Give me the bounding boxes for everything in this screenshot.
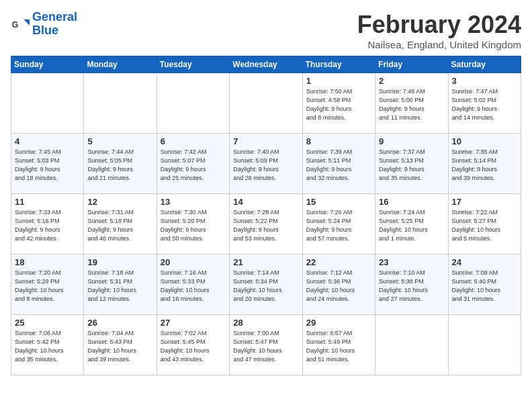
day-number: 1: [306, 76, 371, 86]
day-info: Sunrise: 7:06 AM Sunset: 5:42 PM Dayligh…: [15, 329, 80, 364]
day-number: 23: [379, 257, 444, 267]
calendar-cell: 10Sunrise: 7:35 AM Sunset: 5:14 PM Dayli…: [448, 134, 521, 194]
calendar-cell: 21Sunrise: 7:14 AM Sunset: 5:34 PM Dayli…: [230, 255, 302, 315]
calendar-cell: [448, 315, 521, 375]
day-info: Sunrise: 7:40 AM Sunset: 5:09 PM Dayligh…: [233, 148, 298, 183]
calendar-cell: 3Sunrise: 7:47 AM Sunset: 5:02 PM Daylig…: [448, 73, 521, 134]
calendar-cell: 28Sunrise: 7:00 AM Sunset: 5:47 PM Dayli…: [230, 315, 302, 375]
logo-text: General Blue: [32, 11, 77, 38]
logo: G General Blue: [11, 11, 77, 38]
weekday-header-tuesday: Tuesday: [157, 56, 229, 73]
calendar-cell: 16Sunrise: 7:24 AM Sunset: 5:25 PM Dayli…: [375, 194, 448, 255]
calendar-cell: 7Sunrise: 7:40 AM Sunset: 5:09 PM Daylig…: [230, 134, 302, 194]
day-info: Sunrise: 7:47 AM Sunset: 5:02 PM Dayligh…: [452, 87, 517, 122]
day-number: 5: [87, 136, 152, 146]
day-number: 28: [233, 318, 298, 328]
weekday-header-row: SundayMondayTuesdayWednesdayThursdayFrid…: [11, 56, 521, 73]
day-number: 12: [87, 197, 152, 207]
day-number: 13: [161, 197, 226, 207]
day-number: 9: [379, 136, 444, 146]
day-info: Sunrise: 7:37 AM Sunset: 5:13 PM Dayligh…: [379, 148, 444, 183]
day-info: Sunrise: 7:39 AM Sunset: 5:11 PM Dayligh…: [306, 148, 371, 183]
day-number: 17: [452, 197, 517, 207]
calendar-cell: 24Sunrise: 7:08 AM Sunset: 5:40 PM Dayli…: [448, 255, 521, 315]
weekday-header-wednesday: Wednesday: [230, 56, 302, 73]
day-number: 20: [161, 257, 226, 267]
calendar-week-row: 11Sunrise: 7:33 AM Sunset: 5:16 PM Dayli…: [11, 194, 521, 255]
day-info: Sunrise: 7:28 AM Sunset: 5:22 PM Dayligh…: [233, 208, 298, 243]
page-header: G General Blue February 2024 Nailsea, En…: [11, 11, 521, 50]
day-number: 3: [452, 76, 517, 86]
calendar-cell: [375, 315, 448, 375]
day-info: Sunrise: 7:12 AM Sunset: 5:36 PM Dayligh…: [306, 269, 371, 304]
calendar-week-row: 1Sunrise: 7:50 AM Sunset: 4:58 PM Daylig…: [11, 73, 521, 134]
calendar-cell: 12Sunrise: 7:31 AM Sunset: 5:18 PM Dayli…: [84, 194, 157, 255]
weekday-header-monday: Monday: [84, 56, 157, 73]
location: Nailsea, England, United Kingdom: [357, 39, 521, 50]
day-number: 10: [452, 136, 517, 146]
day-info: Sunrise: 7:18 AM Sunset: 5:31 PM Dayligh…: [87, 269, 152, 304]
calendar-cell: 22Sunrise: 7:12 AM Sunset: 5:36 PM Dayli…: [302, 255, 375, 315]
month-title: February 2024: [357, 11, 521, 39]
calendar-week-row: 25Sunrise: 7:06 AM Sunset: 5:42 PM Dayli…: [11, 315, 521, 375]
day-number: 29: [306, 318, 371, 328]
calendar-cell: 13Sunrise: 7:30 AM Sunset: 5:20 PM Dayli…: [157, 194, 229, 255]
calendar-cell: 29Sunrise: 6:57 AM Sunset: 5:49 PM Dayli…: [302, 315, 375, 375]
calendar-cell: 14Sunrise: 7:28 AM Sunset: 5:22 PM Dayli…: [230, 194, 302, 255]
day-info: Sunrise: 7:14 AM Sunset: 5:34 PM Dayligh…: [233, 269, 298, 304]
calendar-cell: 6Sunrise: 7:42 AM Sunset: 5:07 PM Daylig…: [157, 134, 229, 194]
calendar-cell: 15Sunrise: 7:26 AM Sunset: 5:24 PM Dayli…: [302, 194, 375, 255]
calendar-cell: [84, 73, 157, 134]
day-info: Sunrise: 7:48 AM Sunset: 5:00 PM Dayligh…: [379, 87, 444, 122]
day-info: Sunrise: 7:10 AM Sunset: 5:38 PM Dayligh…: [379, 269, 444, 304]
day-info: Sunrise: 7:42 AM Sunset: 5:07 PM Dayligh…: [161, 148, 226, 183]
day-info: Sunrise: 7:33 AM Sunset: 5:16 PM Dayligh…: [15, 208, 80, 243]
day-number: 22: [306, 257, 371, 267]
calendar-week-row: 4Sunrise: 7:45 AM Sunset: 5:03 PM Daylig…: [11, 134, 521, 194]
svg-text:G: G: [12, 20, 19, 30]
day-number: 16: [379, 197, 444, 207]
calendar-cell: [11, 73, 84, 134]
day-number: 21: [233, 257, 298, 267]
svg-marker-1: [24, 19, 30, 26]
day-info: Sunrise: 7:31 AM Sunset: 5:18 PM Dayligh…: [87, 208, 152, 243]
day-info: Sunrise: 7:44 AM Sunset: 5:05 PM Dayligh…: [87, 148, 152, 183]
day-number: 15: [306, 197, 371, 207]
calendar-cell: 8Sunrise: 7:39 AM Sunset: 5:11 PM Daylig…: [302, 134, 375, 194]
calendar-cell: 17Sunrise: 7:22 AM Sunset: 5:27 PM Dayli…: [448, 194, 521, 255]
logo-line1: General: [32, 10, 77, 24]
day-info: Sunrise: 7:04 AM Sunset: 5:43 PM Dayligh…: [87, 329, 152, 364]
calendar-cell: 2Sunrise: 7:48 AM Sunset: 5:00 PM Daylig…: [375, 73, 448, 134]
day-number: 19: [87, 257, 152, 267]
day-number: 6: [161, 136, 226, 146]
calendar-week-row: 18Sunrise: 7:20 AM Sunset: 5:29 PM Dayli…: [11, 255, 521, 315]
calendar-cell: 27Sunrise: 7:02 AM Sunset: 5:45 PM Dayli…: [157, 315, 229, 375]
calendar-cell: [230, 73, 302, 134]
day-info: Sunrise: 7:26 AM Sunset: 5:24 PM Dayligh…: [306, 208, 371, 243]
day-number: 26: [87, 318, 152, 328]
day-info: Sunrise: 7:22 AM Sunset: 5:27 PM Dayligh…: [452, 208, 517, 243]
day-info: Sunrise: 7:20 AM Sunset: 5:29 PM Dayligh…: [15, 269, 80, 304]
calendar-cell: 5Sunrise: 7:44 AM Sunset: 5:05 PM Daylig…: [84, 134, 157, 194]
day-info: Sunrise: 6:57 AM Sunset: 5:49 PM Dayligh…: [306, 329, 371, 364]
day-number: 8: [306, 136, 371, 146]
weekday-header-thursday: Thursday: [302, 56, 375, 73]
calendar-cell: 19Sunrise: 7:18 AM Sunset: 5:31 PM Dayli…: [84, 255, 157, 315]
day-info: Sunrise: 7:50 AM Sunset: 4:58 PM Dayligh…: [306, 87, 371, 122]
calendar-cell: 23Sunrise: 7:10 AM Sunset: 5:38 PM Dayli…: [375, 255, 448, 315]
calendar-cell: [157, 73, 229, 134]
day-number: 14: [233, 197, 298, 207]
calendar-cell: 1Sunrise: 7:50 AM Sunset: 4:58 PM Daylig…: [302, 73, 375, 134]
day-info: Sunrise: 7:16 AM Sunset: 5:33 PM Dayligh…: [161, 269, 226, 304]
day-info: Sunrise: 7:35 AM Sunset: 5:14 PM Dayligh…: [452, 148, 517, 183]
day-info: Sunrise: 7:24 AM Sunset: 5:25 PM Dayligh…: [379, 208, 444, 243]
day-number: 11: [15, 197, 80, 207]
weekday-header-sunday: Sunday: [11, 56, 84, 73]
calendar-cell: 25Sunrise: 7:06 AM Sunset: 5:42 PM Dayli…: [11, 315, 84, 375]
day-number: 4: [15, 136, 80, 146]
day-info: Sunrise: 7:00 AM Sunset: 5:47 PM Dayligh…: [233, 329, 298, 364]
day-info: Sunrise: 7:08 AM Sunset: 5:40 PM Dayligh…: [452, 269, 517, 304]
logo-line2: Blue: [32, 24, 77, 38]
day-info: Sunrise: 7:02 AM Sunset: 5:45 PM Dayligh…: [161, 329, 226, 364]
day-number: 27: [161, 318, 226, 328]
